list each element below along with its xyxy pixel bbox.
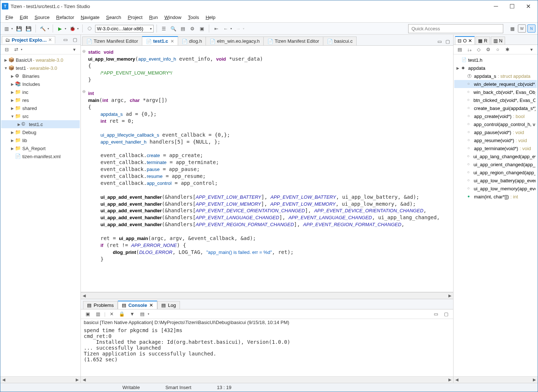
dropdown-icon[interactable]: ▾ — [148, 312, 149, 316]
twisty-icon[interactable]: ▶ — [10, 146, 15, 151]
outline-item[interactable]: ○win_back_cb(void*, Evas_Obje — [454, 88, 537, 96]
horizontal-scrollbar[interactable]: ◀▶ — [0, 376, 80, 383]
outline-item[interactable]: ○win_delete_request_cb(void*, — [454, 80, 537, 88]
console-pin-button[interactable]: ▣ — [84, 310, 92, 318]
editor-horizontal-scrollbar[interactable]: ◀▶ — [81, 292, 453, 299]
tree-item-lib[interactable]: ▶📁lib — [1, 136, 80, 144]
maximize-view-button[interactable]: ▢ — [442, 310, 450, 318]
perspective-button-2[interactable]: W — [518, 24, 526, 33]
right-tab-o[interactable]: ⊟O✕ — [455, 36, 475, 45]
outline-item[interactable]: ○create_base_gui(appdata_s*) — [454, 104, 537, 112]
console-display-button[interactable]: ▥ — [94, 310, 102, 318]
console-select-button[interactable]: ▼ — [128, 310, 136, 318]
outline-item[interactable]: ○btn_clicked_cb(void*, Evas_Ob — [454, 96, 537, 104]
bottom-tab-problems[interactable]: ▤Problems — [83, 301, 118, 309]
tree-item-debug[interactable]: ▶📁Debug — [1, 128, 80, 136]
maximize-view-button[interactable]: ▢ — [71, 36, 79, 44]
outline-item[interactable]: ○app_terminate(void*) : void — [454, 144, 537, 152]
view-menu-button[interactable]: ▾ — [70, 46, 78, 54]
twisty-icon[interactable]: ▼ — [3, 66, 8, 70]
save-button[interactable]: 💾 — [15, 24, 23, 33]
build-button[interactable]: 🔨 — [39, 24, 47, 33]
twisty-icon[interactable]: ▶ — [10, 138, 15, 142]
collapse-all-button[interactable]: ⊟ — [3, 46, 11, 54]
console-open-button[interactable]: ▤ — [138, 310, 146, 318]
tree-item-shared[interactable]: ▶📁shared — [1, 104, 80, 112]
console-clear-button[interactable]: ✕ — [108, 310, 116, 318]
outline-item[interactable]: ●main(int, char*[]) : int — [454, 193, 537, 201]
menu-help[interactable]: Help — [203, 13, 218, 22]
menu-source[interactable]: Source — [31, 13, 52, 22]
tree-item-binaries[interactable]: ▶⚙Binaries — [1, 72, 80, 80]
outline-item[interactable]: ○app_create(void*) : bool — [454, 112, 537, 120]
outline-filter-button-4[interactable]: ○ — [494, 46, 502, 54]
right-tab-n[interactable]: ▥N — [491, 37, 505, 45]
perspective-button-1[interactable]: ▦ — [508, 24, 516, 33]
editor-tab-test1-c[interactable]: 📄test1.c✕ — [142, 36, 178, 45]
editor-tab-dlog-h[interactable]: 📄dlog.h — [178, 37, 206, 45]
console-horizontal-scrollbar[interactable]: ◀▶ — [81, 376, 453, 383]
quick-access-input[interactable] — [408, 24, 503, 33]
run-button[interactable]: ▶ — [56, 24, 64, 33]
menu-search[interactable]: Search — [103, 13, 124, 22]
outline-filter-button-3[interactable]: ⚙ — [484, 46, 492, 54]
twisty-icon[interactable]: ▶ — [10, 98, 15, 102]
editor-tab-elm-win-eo-legacy-h[interactable]: 📄elm_win.eo.legacy.h — [206, 37, 264, 45]
editor-tab-basicui-c[interactable]: 📄basicui.c — [323, 37, 357, 45]
minimize-view-button[interactable]: ▭ — [436, 37, 444, 45]
right-tab-r[interactable]: ▦R — [475, 37, 490, 45]
menu-refactor[interactable]: Refactor — [53, 13, 77, 22]
dropdown-icon[interactable]: ▾ — [21, 48, 22, 51]
tree-item-tizen-manifest-xml[interactable]: 📄tizen-manifest.xml — [1, 152, 80, 160]
outline-item[interactable]: ○ui_app_region_changed(app_e — [454, 168, 537, 176]
target-combo[interactable]: W-3.0-circ…lator-x86) ▾ — [95, 25, 154, 33]
new-button[interactable]: ▥ — [3, 24, 11, 33]
twisty-icon[interactable]: ▶ — [16, 122, 22, 126]
maximize-view-button[interactable]: ▢ — [444, 37, 452, 45]
nav-forward-button[interactable]: → — [234, 24, 242, 33]
console-output[interactable]: spend time for pkgcmd is [432]ms cmd_ret… — [81, 326, 453, 376]
code-editor[interactable]: ⊖static void ui_app_low_memory(app_event… — [81, 46, 453, 292]
tree-item-includes[interactable]: ▶📚Includes — [1, 80, 80, 88]
dropdown-icon[interactable]: ▾ — [77, 27, 79, 30]
tree-item-sa-report[interactable]: ▶📁SA_Report — [1, 144, 80, 152]
twisty-icon[interactable]: ▶ — [10, 82, 15, 86]
search-button[interactable]: 🔍 — [169, 24, 177, 33]
menu-file[interactable]: File — [3, 13, 16, 22]
link-editor-button[interactable]: ⇄ — [12, 46, 20, 54]
minimize-view-button[interactable]: ▭ — [61, 36, 69, 44]
twisty-icon[interactable]: ▶ — [10, 74, 15, 78]
tree-item-inc[interactable]: ▶📁inc — [1, 88, 80, 96]
outline-item[interactable]: ○app_control(app_control_h, vo — [454, 120, 537, 128]
outline-horizontal-scrollbar[interactable]: ◀▶ — [454, 376, 538, 383]
dropdown-icon[interactable]: ▾ — [11, 27, 13, 30]
menu-window[interactable]: Window — [162, 13, 184, 22]
close-icon[interactable]: ✕ — [149, 302, 153, 308]
nav-back-to-button[interactable]: ⇤ — [212, 24, 220, 33]
bottom-tab-log[interactable]: ▤Log — [157, 301, 180, 309]
menu-run[interactable]: Run — [146, 13, 161, 22]
record-icon[interactable] — [86, 24, 94, 33]
twisty-icon[interactable]: ▼ — [10, 114, 15, 118]
outline-item[interactable]: ○ui_app_low_memory(app_eve — [454, 184, 537, 193]
tree-item-test1-c[interactable]: ▶©test1.c — [1, 120, 80, 128]
close-button[interactable]: ✕ — [520, 1, 536, 12]
outline-tree[interactable]: 📄test1.h▶◆appdataⓉappdata_s : struct app… — [454, 54, 538, 376]
dropdown-icon[interactable]: ▾ — [230, 27, 232, 30]
outline-filter-button-2[interactable]: ◇ — [475, 46, 483, 54]
outline-item[interactable]: ○ui_app_low_battery(app_even — [454, 176, 537, 184]
outline-item[interactable]: Ⓣappdata_s : struct appdata — [454, 72, 537, 80]
twisty-icon[interactable]: ▶ — [456, 66, 462, 70]
outline-sort-button[interactable]: ▤ — [456, 46, 464, 54]
outline-item[interactable]: ○app_pause(void*) : void — [454, 128, 537, 136]
twisty-icon[interactable]: ▶ — [10, 90, 15, 94]
editor-tab-tizen-manifest-editor[interactable]: 📄Tizen Manifest Editor — [263, 37, 323, 45]
minimize-button[interactable]: ─ — [488, 1, 504, 12]
outline-filter-button-5[interactable]: ✱ — [503, 46, 511, 54]
dropdown-icon[interactable]: ▾ — [48, 27, 49, 30]
project-tree[interactable]: ▶📦BasicUI - wearable-3.0▼📦test1 - wearab… — [0, 54, 80, 376]
outline-item[interactable]: 📄test1.h — [454, 56, 537, 64]
project-explorer-tab[interactable]: 🗂 Project Explo… ✕ — [2, 36, 55, 43]
tree-item-res[interactable]: ▶📁res — [1, 96, 80, 104]
outline-filter-button-1[interactable]: ↓ₐ — [465, 46, 473, 54]
